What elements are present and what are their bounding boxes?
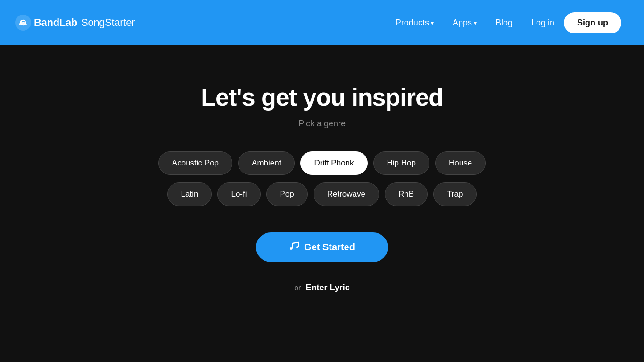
genre-pill-drift-phonk[interactable]: Drift Phonk: [300, 151, 367, 175]
products-nav-link[interactable]: Products ▾: [386, 14, 443, 32]
genre-pill-pop[interactable]: Pop: [266, 182, 308, 206]
bandlab-logo: BandLab: [15, 15, 77, 31]
main-content: Let's get you inspired Pick a genre Acou…: [0, 45, 644, 362]
svg-line-5: [292, 242, 298, 243]
bandlab-text: BandLab: [34, 16, 77, 29]
page-headline: Let's get you inspired: [201, 83, 443, 111]
genre-row-1: Acoustic PopAmbientDrift PhonkHip HopHou…: [158, 151, 486, 175]
genre-pill-acoustic-pop[interactable]: Acoustic Pop: [158, 151, 232, 175]
page-subtitle: Pick a genre: [298, 119, 346, 129]
genre-pill-trap[interactable]: Trap: [433, 182, 477, 206]
music-icon: [289, 241, 299, 251]
genre-pill-retrowave[interactable]: Retrowave: [314, 182, 379, 206]
genre-pill-lo-fi[interactable]: Lo-fi: [217, 182, 260, 206]
apps-chevron-icon: ▾: [474, 20, 477, 26]
genre-pill-house[interactable]: House: [435, 151, 486, 175]
get-started-icon: [289, 241, 299, 254]
genre-pill-rnb[interactable]: RnB: [385, 182, 428, 206]
songstarter-text: SongStarter: [81, 16, 135, 29]
blog-nav-link[interactable]: Blog: [486, 14, 522, 32]
enter-lyric-row: or Enter Lyric: [294, 283, 350, 293]
signup-button[interactable]: Sign up: [564, 12, 621, 33]
genre-pill-latin[interactable]: Latin: [167, 182, 212, 206]
genre-container: Acoustic PopAmbientDrift PhonkHip HopHou…: [158, 151, 486, 206]
bandlab-icon: [15, 15, 31, 31]
or-text: or: [294, 284, 301, 292]
enter-lyric-link[interactable]: Enter Lyric: [305, 283, 349, 293]
get-started-button[interactable]: Get Started: [256, 232, 388, 262]
genre-pill-hip-hop[interactable]: Hip Hop: [373, 151, 429, 175]
navbar: BandLab SongStarter Products ▾ Apps ▾ Bl…: [0, 0, 644, 45]
apps-nav-link[interactable]: Apps ▾: [443, 14, 486, 32]
logo-link[interactable]: BandLab SongStarter: [15, 15, 135, 31]
products-chevron-icon: ▾: [431, 20, 434, 26]
svg-point-2: [22, 22, 24, 24]
nav-links: Products ▾ Apps ▾ Blog Log in Sign up: [386, 12, 621, 33]
login-link[interactable]: Log in: [522, 14, 564, 32]
genre-pill-ambient[interactable]: Ambient: [238, 151, 295, 175]
genre-row-2: LatinLo-fiPopRetrowaveRnBTrap: [167, 182, 477, 206]
